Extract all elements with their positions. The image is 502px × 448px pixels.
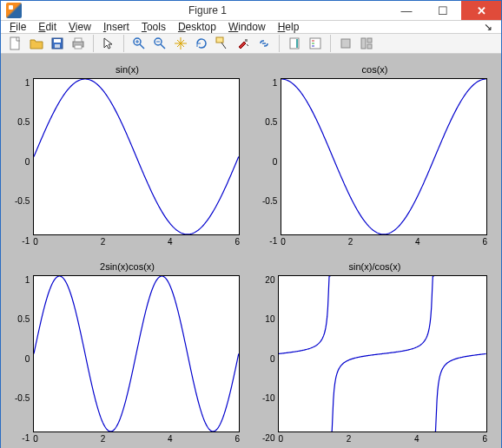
- menu-insert[interactable]: Insert: [103, 21, 129, 33]
- svg-rect-3: [55, 44, 60, 48]
- svg-rect-2: [54, 39, 61, 43]
- figure-canvas[interactable]: sin(x) 1 0.5 0 -0.5 -1 0 2 4: [1, 54, 501, 448]
- pan-button[interactable]: [171, 34, 190, 53]
- open-button[interactable]: [27, 34, 46, 53]
- svg-rect-23: [341, 39, 350, 48]
- subplot-2: cos(x) 1 0.5 0 -0.5 -1 0 2 4: [262, 64, 487, 246]
- rotate-button[interactable]: [192, 34, 211, 53]
- show-plot-tools-button[interactable]: [357, 34, 376, 53]
- menu-desktop[interactable]: Desktop: [178, 21, 216, 33]
- subplot-3-title: 2sin(x)cos(x): [15, 261, 240, 273]
- svg-rect-26: [367, 44, 372, 49]
- subplot-1-xticks: 0 2 4 6: [33, 235, 240, 246]
- svg-line-12: [161, 44, 165, 49]
- subplot-1-title: sin(x): [15, 64, 240, 76]
- svg-rect-15: [245, 39, 248, 42]
- data-cursor-button[interactable]: [213, 34, 232, 53]
- svg-rect-14: [216, 37, 223, 43]
- app-icon: [6, 3, 22, 18]
- minimize-button[interactable]: —: [388, 1, 425, 20]
- subplot-2-title: cos(x): [262, 64, 487, 76]
- insert-colorbar-button[interactable]: [285, 34, 304, 53]
- menu-window[interactable]: Window: [228, 21, 266, 33]
- svg-rect-6: [75, 45, 82, 49]
- menu-tools[interactable]: Tools: [142, 21, 166, 33]
- menu-help[interactable]: Help: [278, 21, 300, 33]
- subplot-4-xticks: 0 2 4 6: [278, 432, 487, 443]
- subplot-2-yticks: 1 0.5 0 -0.5 -1: [262, 78, 281, 246]
- toolbar-separator: [279, 35, 280, 52]
- subplot-grid: sin(x) 1 0.5 0 -0.5 -1 0 2 4: [15, 64, 487, 443]
- svg-rect-5: [75, 38, 82, 42]
- save-button[interactable]: [48, 34, 67, 53]
- svg-rect-19: [310, 38, 320, 49]
- subplot-2-axes[interactable]: [281, 78, 487, 235]
- toolbar-separator: [93, 35, 94, 52]
- print-button[interactable]: [69, 34, 88, 53]
- subplot-3-yticks: 1 0.5 0 -0.5 -1: [15, 275, 33, 443]
- subplot-4: sin(x)/cos(x) 20 10 0 -10 -20 0 2: [262, 261, 487, 443]
- subplot-2-xticks: 0 2 4 6: [281, 235, 487, 246]
- svg-rect-0: [10, 37, 19, 49]
- subplot-4-yticks: 20 10 0 -10 -20: [262, 275, 278, 443]
- subplot-1-axes[interactable]: [33, 78, 240, 235]
- insert-legend-button[interactable]: [306, 34, 325, 53]
- menu-file[interactable]: File: [10, 21, 26, 33]
- zoom-out-button[interactable]: [150, 34, 169, 53]
- subplot-1: sin(x) 1 0.5 0 -0.5 -1 0 2 4: [15, 64, 240, 246]
- zoom-in-button[interactable]: [129, 34, 149, 53]
- menu-edit[interactable]: Edit: [38, 21, 56, 33]
- svg-line-8: [140, 44, 144, 49]
- window-controls: — ☐ ✕: [388, 1, 501, 20]
- window-title: Figure 1: [27, 4, 388, 16]
- new-figure-button[interactable]: [6, 34, 25, 53]
- menubar: File Edit View Insert Tools Desktop Wind…: [1, 21, 501, 34]
- subplot-3-axes[interactable]: [33, 275, 240, 432]
- subplot-4-title: sin(x)/cos(x): [262, 261, 487, 273]
- toolbar-separator: [330, 35, 331, 52]
- link-button[interactable]: [254, 34, 274, 53]
- subplot-3: 2sin(x)cos(x) 1 0.5 0 -0.5 -1 0 2: [15, 261, 240, 443]
- maximize-button[interactable]: ☐: [425, 1, 461, 20]
- close-button[interactable]: ✕: [461, 1, 501, 20]
- svg-rect-18: [296, 39, 298, 48]
- brush-button[interactable]: [234, 34, 253, 53]
- subplot-4-axes[interactable]: [278, 275, 487, 432]
- subplot-3-xticks: 0 2 4 6: [33, 432, 240, 443]
- menu-view[interactable]: View: [69, 21, 91, 33]
- titlebar: Figure 1 — ☐ ✕: [1, 1, 501, 21]
- toolbar: [1, 34, 501, 54]
- cursor-button[interactable]: [99, 34, 118, 53]
- figure-window: Figure 1 — ☐ ✕ File Edit View Insert Too…: [0, 0, 502, 448]
- svg-rect-25: [367, 38, 372, 43]
- menu-overflow-icon[interactable]: ↘: [484, 21, 492, 33]
- subplot-1-yticks: 1 0.5 0 -0.5 -1: [15, 78, 33, 246]
- svg-rect-24: [361, 38, 366, 49]
- toolbar-separator: [123, 35, 124, 52]
- hide-plot-tools-button[interactable]: [336, 34, 355, 53]
